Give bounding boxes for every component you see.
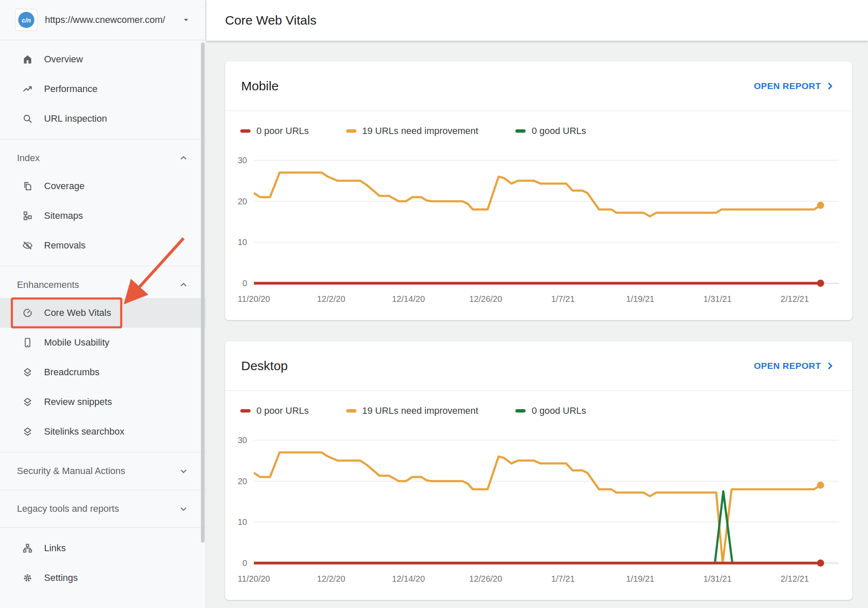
x-tick-label: 1/19/21 — [626, 574, 654, 583]
chart-legend: 0 poor URLs19 URLs need improvement0 goo… — [240, 405, 852, 416]
y-tick-label: 0 — [242, 558, 247, 568]
x-tick-label: 12/2/20 — [317, 574, 345, 583]
home-icon — [22, 54, 33, 65]
sidebar-item-label: Overview — [44, 54, 83, 65]
sidebar-item-label: Mobile Usability — [44, 337, 109, 348]
sidebar-item-label: Settings — [44, 572, 78, 583]
pages-icon — [22, 181, 33, 192]
x-tick-label: 12/14/20 — [392, 294, 425, 304]
rich-result-icon — [22, 367, 33, 378]
section-header-enhancements[interactable]: Enhancements — [0, 272, 206, 298]
sidebar-item-settings[interactable]: Settings — [0, 563, 206, 593]
sidebar-item-label: Coverage — [44, 181, 84, 192]
series-end-dot — [817, 482, 824, 489]
sidebar-item-label: Removals — [44, 240, 86, 251]
chevron-right-icon — [824, 81, 835, 92]
x-tick-label: 12/14/20 — [392, 574, 425, 583]
sidebar-item-breadcrumbs[interactable]: Breadcrumbs — [0, 357, 206, 387]
site-favicon: c/n — [15, 9, 37, 31]
property-selector[interactable]: c/n https://www.cnewcomer.com/ — [0, 0, 206, 40]
sidebar-item-label: Review snippets — [44, 396, 112, 407]
x-tick-label: 1/7/21 — [551, 574, 575, 583]
search-icon — [22, 113, 33, 124]
x-tick-label: 11/20/20 — [238, 574, 270, 583]
open-report-button[interactable]: OPEN REPORT — [754, 360, 835, 371]
sidebar-item-core-web-vitals[interactable]: Core Web Vitals — [0, 298, 206, 328]
sidebar-divider — [0, 490, 206, 490]
sidebar-item-coverage[interactable]: Coverage — [0, 171, 206, 201]
card-mobile: Mobile OPEN REPORT 0 poor URLs19 URLs ne… — [225, 61, 852, 320]
sidebar-divider — [0, 266, 206, 266]
card-desktop-header: Desktop OPEN REPORT — [225, 341, 852, 391]
legend-item: 0 poor URLs — [240, 405, 309, 416]
main-content: Mobile OPEN REPORT 0 poor URLs19 URLs ne… — [206, 41, 868, 608]
sidebar-scrollbar[interactable] — [201, 42, 205, 543]
sidebar-item-url-inspection[interactable]: URL inspection — [0, 104, 206, 134]
legend-label: 0 poor URLs — [256, 405, 309, 416]
legend-swatch — [346, 129, 356, 133]
y-tick-label: 0 — [242, 279, 247, 288]
sidebar-item-overview[interactable]: Overview — [0, 45, 206, 74]
sidebar-item-label: Sitelinks searchbox — [44, 426, 125, 437]
chevron-right-icon — [824, 360, 835, 371]
y-tick-label: 20 — [238, 477, 247, 486]
chart-mobile: 010203011/20/2012/2/2012/14/2012/26/201/… — [225, 153, 852, 314]
chevron-up-icon — [178, 153, 189, 163]
legend-label: 19 URLs need improvement — [362, 405, 479, 416]
x-tick-label: 1/31/21 — [704, 574, 732, 583]
caret-down-icon[interactable] — [181, 15, 191, 25]
card-title: Desktop — [241, 359, 288, 373]
legend-label: 19 URLs need improvement — [362, 126, 479, 137]
section-label: Security & Manual Actions — [17, 466, 178, 477]
series-end-dot — [817, 280, 824, 287]
page-title: Core Web Vitals — [225, 13, 317, 28]
sidebar-item-review-snippets[interactable]: Review snippets — [0, 387, 206, 417]
card-desktop: Desktop OPEN REPORT 0 poor URLs19 URLs n… — [225, 341, 852, 600]
sidebar-item-sitemaps[interactable]: Sitemaps — [0, 201, 206, 231]
y-tick-label: 30 — [238, 156, 247, 165]
x-tick-label: 1/31/21 — [704, 294, 732, 304]
series-end-dot — [817, 202, 824, 209]
sidebar-item-label: Sitemaps — [44, 210, 83, 221]
y-tick-label: 10 — [238, 237, 247, 247]
main-header: Core Web Vitals — [206, 0, 868, 41]
section-header-index[interactable]: Index — [0, 145, 206, 171]
site-favicon-icon: c/n — [18, 12, 34, 28]
legend-swatch — [515, 409, 526, 413]
section-label: Index — [17, 153, 178, 164]
sidebar-item-links[interactable]: Links — [0, 533, 206, 563]
sidebar-item-performance[interactable]: Performance — [0, 74, 206, 104]
smartphone-icon — [22, 337, 33, 348]
y-tick-label: 10 — [238, 517, 247, 527]
series-line — [254, 452, 821, 563]
legend-swatch — [240, 129, 250, 133]
card-mobile-header: Mobile OPEN REPORT — [225, 61, 852, 111]
gauge-icon — [22, 307, 33, 318]
sidebar-item-mobile-usability[interactable]: Mobile Usability — [0, 328, 206, 357]
sidebar-item-label: Links — [44, 543, 66, 554]
sidebar-item-removals[interactable]: Removals — [0, 231, 206, 260]
sidebar-item-sitelinks-searchbox[interactable]: Sitelinks searchbox — [0, 417, 206, 446]
trending-up-icon — [22, 84, 33, 95]
legend-item: 19 URLs need improvement — [346, 126, 479, 137]
x-tick-label: 2/12/21 — [781, 574, 809, 583]
legend-swatch — [346, 409, 356, 413]
legend-swatch — [515, 129, 526, 133]
legend-label: 0 good URLs — [531, 405, 586, 416]
legend-label: 0 good URLs — [531, 126, 586, 137]
series-line — [254, 491, 821, 563]
section-header-security-manual-actions[interactable]: Security & Manual Actions — [0, 458, 206, 484]
legend-item: 0 good URLs — [515, 126, 586, 137]
y-tick-label: 20 — [238, 197, 247, 206]
eye-off-icon — [22, 240, 33, 251]
chart-legend: 0 poor URLs19 URLs need improvement0 goo… — [240, 126, 852, 137]
sidebar: c/n https://www.cnewcomer.com/ OverviewP… — [0, 0, 206, 608]
series-end-dot — [817, 560, 824, 567]
open-report-button[interactable]: OPEN REPORT — [754, 81, 835, 92]
chevron-down-icon — [178, 504, 189, 514]
rich-result-icon — [22, 426, 33, 437]
sidebar-divider — [0, 527, 206, 528]
section-header-legacy-tools[interactable]: Legacy tools and reports — [0, 496, 206, 522]
sidebar-divider — [0, 139, 206, 139]
chevron-down-icon — [178, 466, 189, 476]
